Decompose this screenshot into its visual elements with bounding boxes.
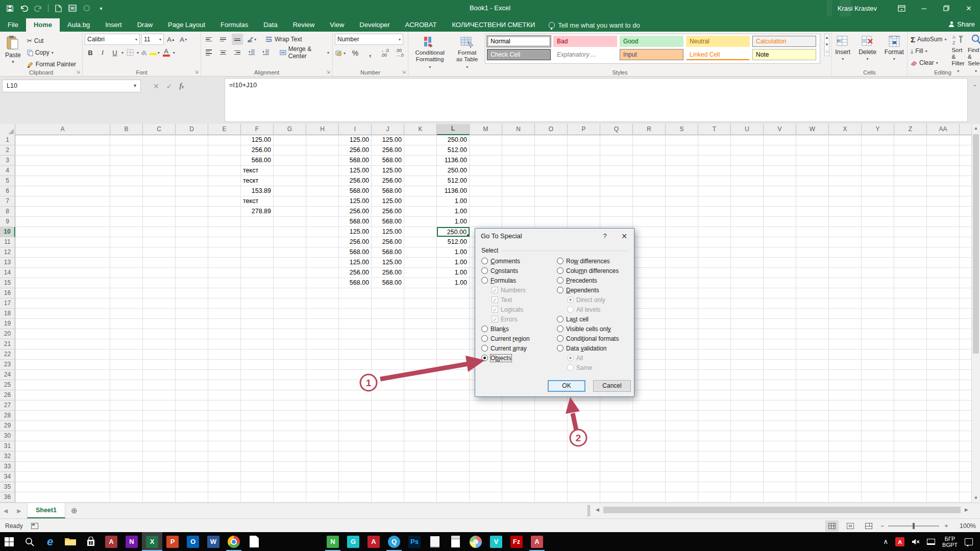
cell-T22[interactable]	[698, 349, 731, 359]
cell-D4[interactable]	[176, 166, 208, 176]
cell-J23[interactable]	[372, 360, 404, 369]
cell-L20[interactable]	[437, 329, 470, 339]
cell-G28[interactable]	[274, 411, 306, 420]
cell-J24[interactable]	[372, 370, 404, 380]
cell-B20[interactable]	[110, 329, 143, 339]
cell-M33[interactable]	[470, 462, 502, 471]
cell-F13[interactable]	[241, 258, 274, 267]
cell-B8[interactable]	[110, 207, 143, 216]
cell-W33[interactable]	[796, 462, 829, 471]
dialog-help-icon[interactable]: ?	[596, 229, 614, 244]
cell-G18[interactable]	[274, 309, 306, 318]
cell-I3[interactable]: 568.00	[339, 156, 372, 165]
cell-E4[interactable]	[208, 166, 241, 176]
cell-B19[interactable]	[110, 319, 143, 329]
insert-function-icon[interactable]: fx	[179, 82, 184, 90]
cell-Z2[interactable]	[894, 145, 927, 155]
column-header-AA[interactable]: AA	[927, 124, 960, 135]
cell-Y18[interactable]	[862, 309, 894, 318]
italic-button[interactable]: I	[97, 47, 108, 58]
cell-AA35[interactable]	[927, 482, 960, 492]
cell-S11[interactable]	[666, 237, 698, 247]
cell-J26[interactable]	[372, 390, 404, 400]
cell-C18[interactable]	[143, 309, 176, 318]
cell-F2[interactable]: 256.00	[241, 145, 274, 155]
cell-U29[interactable]	[731, 421, 764, 431]
cell-AA15[interactable]	[927, 278, 960, 288]
language-indicator[interactable]: БГРBGPT	[942, 536, 958, 548]
row-header-2[interactable]: 2	[0, 145, 15, 156]
cell-T31[interactable]	[698, 441, 731, 451]
cell-G10[interactable]	[274, 227, 306, 237]
radio-current-region[interactable]	[481, 335, 488, 342]
font-color-button[interactable]: A	[161, 47, 172, 58]
cell-P28[interactable]	[568, 411, 600, 420]
cell-C23[interactable]	[143, 360, 176, 369]
cell-S29[interactable]	[666, 421, 698, 431]
cell-D23[interactable]	[176, 360, 208, 369]
cell-T23[interactable]	[698, 360, 731, 369]
cell-AA27[interactable]	[927, 400, 960, 410]
dialog-close-icon[interactable]: ✕	[616, 229, 633, 244]
row-header-22[interactable]: 22	[0, 349, 15, 360]
cell-W31[interactable]	[796, 441, 829, 451]
cell-Q9[interactable]	[600, 217, 633, 227]
cell-AA17[interactable]	[927, 298, 960, 308]
minimize-icon[interactable]: ─	[913, 0, 935, 16]
cell-B6[interactable]	[110, 186, 143, 196]
row-header-8[interactable]: 8	[0, 207, 15, 217]
cell-Y25[interactable]	[862, 380, 894, 390]
cell-C13[interactable]	[143, 258, 176, 267]
cell-H34[interactable]	[306, 472, 339, 482]
tab-scroll-divider[interactable]	[587, 505, 590, 516]
cell-Z25[interactable]	[894, 380, 927, 390]
cell-H26[interactable]	[306, 390, 339, 400]
cell-P8[interactable]	[568, 207, 600, 216]
cell-D17[interactable]	[176, 298, 208, 308]
cell-B23[interactable]	[110, 360, 143, 369]
cell-Q3[interactable]	[600, 156, 633, 165]
cell-J32[interactable]	[372, 452, 404, 461]
cell-L2[interactable]: 512.00	[437, 145, 470, 155]
cell-F27[interactable]	[241, 400, 274, 410]
tab-file[interactable]: File	[0, 18, 26, 32]
cell-X10[interactable]	[829, 227, 862, 237]
cell-Z6[interactable]	[894, 186, 927, 196]
cell-E34[interactable]	[208, 472, 241, 482]
cell-X36[interactable]	[829, 492, 862, 502]
cell-L21[interactable]	[437, 339, 470, 349]
cell-A4[interactable]	[15, 166, 110, 176]
cell-E33[interactable]	[208, 462, 241, 471]
row-header-12[interactable]: 12	[0, 247, 15, 258]
cell-T36[interactable]	[698, 492, 731, 502]
cell-T10[interactable]	[698, 227, 731, 237]
cell-V8[interactable]	[764, 207, 796, 216]
cell-G12[interactable]	[274, 247, 306, 257]
cell-L16[interactable]	[437, 288, 470, 298]
cell-O34[interactable]	[535, 472, 568, 482]
cell-Z29[interactable]	[894, 421, 927, 431]
cell-Z31[interactable]	[894, 441, 927, 451]
row-header-30[interactable]: 30	[0, 431, 15, 441]
cell-G23[interactable]	[274, 360, 306, 369]
cell-I9[interactable]: 568.00	[339, 217, 372, 227]
cell-G5[interactable]	[274, 176, 306, 186]
cell-K13[interactable]	[404, 258, 437, 267]
cell-C10[interactable]	[143, 227, 176, 237]
cell-W21[interactable]	[796, 339, 829, 349]
cell-Z10[interactable]	[894, 227, 927, 237]
radio-formulas[interactable]	[481, 277, 488, 284]
cell-S35[interactable]	[666, 482, 698, 492]
cell-I18[interactable]	[339, 309, 372, 318]
avira-icon[interactable]: ʌ	[895, 537, 904, 546]
cell-X8[interactable]	[829, 207, 862, 216]
cell-F18[interactable]	[241, 309, 274, 318]
cell-R22[interactable]	[633, 349, 666, 359]
cell-O1[interactable]	[535, 135, 568, 145]
cell-S8[interactable]	[666, 207, 698, 216]
cell-D34[interactable]	[176, 472, 208, 482]
powerpoint-icon[interactable]: P	[162, 532, 183, 551]
cell-R23[interactable]	[633, 360, 666, 369]
cell-P1[interactable]	[568, 135, 600, 145]
cell-J31[interactable]	[372, 441, 404, 451]
